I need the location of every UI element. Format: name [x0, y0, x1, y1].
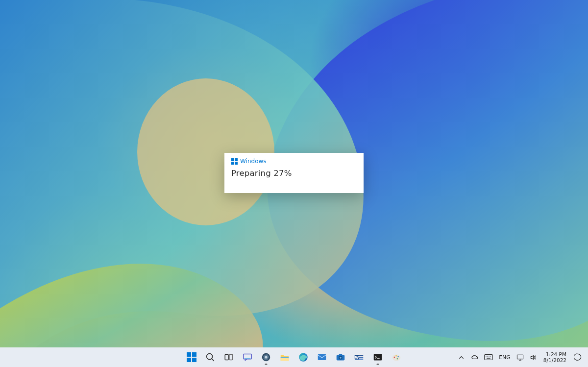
edge-app[interactable]: [294, 348, 312, 366]
preparing-dialog: Windows Preparing 27%: [224, 153, 364, 193]
mail-icon: [317, 352, 327, 363]
start-icon: [187, 352, 196, 362]
svg-point-30: [486, 356, 486, 356]
file-explorer-icon: [279, 352, 290, 363]
svg-rect-29: [485, 355, 493, 360]
dialog-status-text: Preparing 27%: [231, 169, 357, 178]
svg-rect-13: [339, 354, 342, 355]
onedrive-tray[interactable]: [468, 348, 481, 366]
language-label: ENG: [499, 354, 511, 361]
file-explorer-app[interactable]: [276, 348, 294, 366]
svg-rect-5: [245, 358, 251, 359]
edge-icon: [298, 352, 309, 363]
svg-rect-34: [487, 358, 490, 358]
svg-point-26: [395, 355, 397, 357]
svg-point-25: [394, 357, 395, 358]
monitor-icon: [516, 354, 524, 361]
dialog-title-bar: Windows: [231, 158, 357, 165]
running-indicator: [265, 364, 268, 365]
notification-center-button[interactable]: [570, 348, 585, 366]
chat-icon: [242, 352, 253, 363]
svg-rect-9: [281, 357, 289, 358]
svg-line-2: [212, 359, 214, 361]
svg-point-28: [397, 358, 398, 360]
settings-icon: [261, 352, 271, 363]
do-not-disturb-icon: [574, 353, 582, 362]
onedrive-icon: [471, 354, 478, 361]
tray-overflow-button[interactable]: [455, 348, 467, 366]
svg-text:W: W: [355, 355, 359, 360]
dialog-title: Windows: [240, 158, 267, 165]
svg-point-31: [487, 356, 488, 356]
svg-point-32: [489, 356, 489, 356]
chevron-up-icon: [458, 354, 465, 361]
running-indicator: [377, 364, 379, 365]
clock-date: 8/1/2022: [543, 357, 566, 363]
word-icon: W: [354, 352, 365, 363]
task-view-icon: [223, 352, 234, 363]
camera-icon: [335, 352, 346, 363]
terminal-icon: [372, 352, 383, 363]
sound-tray[interactable]: [527, 348, 539, 366]
svg-rect-35: [517, 355, 523, 359]
paint-app[interactable]: [388, 348, 405, 366]
svg-point-33: [490, 356, 490, 356]
search-icon: [205, 352, 216, 363]
windows-logo-icon: [231, 158, 238, 165]
svg-point-15: [340, 357, 342, 359]
svg-rect-11: [318, 354, 326, 360]
start-button[interactable]: [183, 348, 200, 366]
desktop-area[interactable]: Windows Preparing 27%: [0, 0, 588, 347]
search-button[interactable]: [201, 348, 219, 366]
chat-button[interactable]: [239, 348, 256, 366]
keyboard-icon: [484, 354, 493, 360]
system-tray: ENG 1:24 PM 8/1/2022: [455, 347, 585, 367]
paint-icon: [391, 352, 402, 363]
camera-app[interactable]: [332, 348, 349, 366]
settings-app[interactable]: [257, 348, 275, 366]
clock-tray[interactable]: 1:24 PM 8/1/2022: [540, 348, 569, 366]
language-indicator[interactable]: ENG: [496, 348, 513, 366]
mail-app[interactable]: [313, 348, 331, 366]
word-app[interactable]: W: [350, 348, 368, 366]
svg-rect-4: [229, 355, 233, 360]
network-tray[interactable]: [514, 348, 526, 366]
terminal-app[interactable]: [369, 348, 387, 366]
clock-time: 1:24 PM: [546, 351, 566, 357]
taskbar-center-group: W: [183, 347, 405, 367]
svg-point-7: [265, 356, 267, 358]
input-indicator-tray[interactable]: [482, 348, 495, 366]
speaker-icon: [530, 354, 537, 361]
task-view-button[interactable]: [220, 348, 238, 366]
svg-rect-3: [225, 355, 228, 360]
taskbar: W: [0, 347, 588, 367]
svg-point-0: [137, 78, 274, 225]
svg-rect-22: [374, 354, 382, 361]
svg-point-27: [397, 356, 399, 358]
